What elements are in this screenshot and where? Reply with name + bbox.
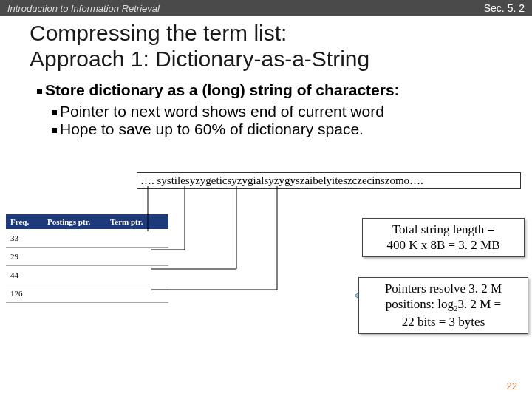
cell-term [106,248,168,266]
dictionary-table: Freq. Postings ptr. Term ptr. 33 29 44 1… [6,214,168,303]
box2-line3: 22 bits = 3 bytes [365,314,522,330]
slide-title: Compressing the term list: Approach 1: D… [0,16,532,81]
bullet-main: Store dictionary as a (long) string of c… [37,81,510,100]
cell-term [106,266,168,284]
header-bar: Introduction to Information Retrieval Se… [0,0,532,16]
box1-line2: 400 K x 8B = 3. 2 MB [369,237,518,253]
bullet-sub2-text: Hope to save up to 60% of dictionary spa… [60,120,364,137]
bullet-sub-1: Pointer to next word shows end of curren… [52,103,510,120]
box2-line2: positions: log23. 2 M = [365,296,522,314]
string-length-box: Total string length = 400 K x 8B = 3. 2 … [362,218,525,257]
table-row: 29 [6,248,168,266]
cell-freq: 33 [6,229,43,248]
page-number: 22 [507,381,517,392]
cell-freq: 29 [6,248,43,266]
cell-postings [43,284,106,303]
content-area: Store dictionary as a (long) string of c… [0,81,532,139]
cell-term [106,284,168,303]
box2-line1: Pointers resolve 3. 2 M [365,281,522,296]
title-line-2: Approach 1: Dictionary-as-a-String [30,47,510,72]
square-bullet-icon [52,128,57,133]
header-section: Sec. 5. 2 [484,2,525,14]
cell-postings [43,248,106,266]
bullet-sub-2: Hope to save up to 60% of dictionary spa… [52,120,510,138]
title-line-1: Compressing the term list: [30,21,510,47]
pointer-size-box: Pointers resolve 3. 2 M positions: log23… [358,277,528,334]
table-row: 44 [6,266,168,284]
bullet-main-text: Store dictionary as a (long) string of c… [45,81,400,98]
bullet-sub1-text: Pointer to next word shows end of curren… [60,103,384,120]
box1-line1: Total string length = [369,222,518,237]
th-term: Term ptr. [106,214,168,229]
square-bullet-icon [37,89,42,94]
cell-postings [43,229,106,248]
square-bullet-icon [52,110,57,115]
cell-freq: 44 [6,266,43,284]
th-postings: Postings ptr. [43,214,106,229]
cell-postings [43,266,106,284]
table-row: 33 [6,229,168,248]
header-left: Introduction to Information Retrieval [7,3,160,14]
table-header-row: Freq. Postings ptr. Term ptr. [6,214,168,229]
table-row: 126 [6,284,168,303]
th-freq: Freq. [6,214,43,229]
cell-term [106,229,168,248]
cell-freq: 126 [6,284,43,303]
dictionary-string-box: …. systilesyzygeticsyzygialsyzygyszaibel… [137,172,521,189]
